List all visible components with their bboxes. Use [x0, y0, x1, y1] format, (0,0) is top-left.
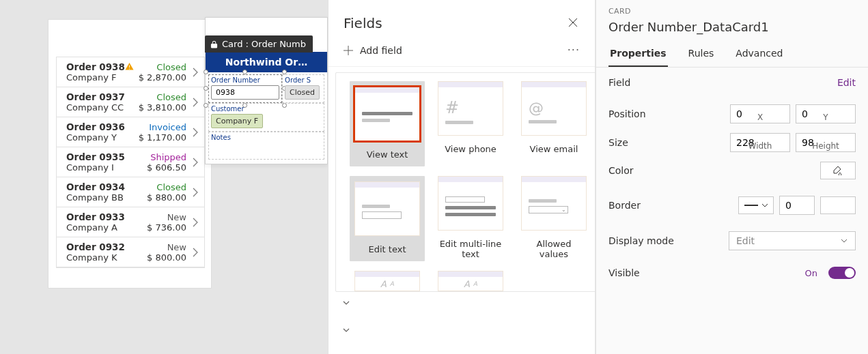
position-label: Position	[608, 108, 646, 119]
order-company: Company BB	[66, 192, 147, 203]
close-icon[interactable]	[568, 16, 578, 31]
order-company: Company A	[66, 222, 147, 233]
chevron-down-icon	[761, 202, 768, 209]
control-type-more[interactable]: AA	[350, 271, 425, 291]
display-mode-dropdown[interactable]: Edit	[729, 231, 856, 250]
order-status: Invoiced	[139, 122, 186, 132]
orders-gallery: Northwind Orders Order 0938Company FClos…	[56, 57, 205, 268]
visible-toggle[interactable]	[828, 267, 856, 279]
chevron-right-icon	[191, 68, 200, 77]
border-color-picker[interactable]	[820, 196, 856, 214]
chevron-right-icon	[191, 218, 200, 227]
plus-icon	[344, 46, 353, 55]
customer-label: Customer	[211, 105, 322, 113]
control-type-viewphone[interactable]: #View phone	[433, 81, 508, 166]
notes-label: Notes	[211, 134, 322, 141]
lock-icon	[210, 40, 218, 48]
order-price: $ 2,870.00	[139, 72, 186, 83]
control-type-viewemail[interactable]: @View email	[516, 81, 591, 166]
control-type-viewtext[interactable]: View text	[350, 81, 425, 166]
customer-pill[interactable]: Company F	[211, 114, 263, 128]
chevron-down-icon	[342, 326, 350, 334]
order-price: $ 606.50	[147, 162, 186, 173]
order-title: Order 0936	[66, 121, 139, 132]
order-status-label: Order S	[285, 76, 322, 84]
order-row[interactable]: Order 0937Company CCClosed$ 3,810.00	[57, 87, 204, 117]
size-label: Size	[608, 137, 628, 148]
order-status: Closed	[139, 92, 186, 102]
selection-card-badge: Card : Order Numb	[205, 35, 313, 53]
position-y-sublabel: Y	[796, 113, 856, 122]
order-company: Company Y	[66, 132, 139, 143]
color-picker[interactable]	[820, 162, 856, 179]
control-type-allowed[interactable]: ⌄Allowed values	[516, 176, 591, 261]
card-customer[interactable]: Customer Company F	[208, 103, 324, 132]
border-width-input[interactable]	[779, 196, 815, 215]
card-order-number[interactable]: Order Number	[208, 74, 282, 103]
order-title: Order 0932	[66, 241, 147, 252]
card-caption: CARD	[596, 0, 868, 18]
color-label: Color	[608, 165, 634, 176]
order-price: $ 736.00	[147, 222, 186, 233]
orders-list: Order 0938Company FClosed$ 2,870.00Order…	[57, 57, 204, 267]
visible-on-label: On	[805, 268, 817, 278]
order-title: Order 0938	[66, 61, 139, 72]
order-number-input[interactable]	[211, 85, 279, 100]
order-status-pill[interactable]: Closed	[285, 85, 320, 100]
order-status: New	[147, 212, 186, 222]
order-price: $ 800.00	[147, 252, 186, 263]
order-price: $ 3,810.00	[139, 102, 186, 113]
tile-label: View phone	[445, 144, 496, 154]
chevron-right-icon	[191, 128, 200, 137]
form-title-bar: Northwind Or…	[206, 52, 327, 72]
order-row[interactable]: Order 0936Company YInvoiced$ 1,170.00	[57, 117, 204, 147]
card-title: Order Number_DataCard1	[596, 18, 868, 42]
card-order-status[interactable]: Order S Closed	[282, 74, 324, 103]
more-icon[interactable]: ···	[568, 44, 580, 57]
order-status: Closed	[139, 62, 186, 72]
display-mode-value: Edit	[736, 235, 755, 246]
position-x-sublabel: X	[730, 113, 790, 122]
border-style-dropdown[interactable]	[738, 196, 774, 214]
size-height-sublabel: Height	[796, 141, 856, 151]
order-price: $ 1,170.00	[139, 132, 186, 143]
order-company: Company I	[66, 162, 147, 173]
collapse-row-2[interactable]	[342, 326, 350, 334]
add-field-button[interactable]: Add field	[344, 45, 402, 56]
order-row[interactable]: Order 0935Company IShipped$ 606.50	[57, 147, 204, 177]
tab-advanced[interactable]: Advanced	[734, 42, 784, 67]
order-price: $ 880.00	[147, 192, 186, 203]
card-notes[interactable]: Notes	[208, 132, 324, 160]
field-label: Field	[608, 77, 630, 88]
tab-properties[interactable]: Properties	[608, 42, 668, 67]
order-company: Company CC	[66, 102, 139, 113]
order-status: Shipped	[147, 152, 186, 162]
order-title: Order 0934	[66, 181, 147, 192]
order-row[interactable]: Order 0934Company BBClosed$ 880.00	[57, 177, 204, 207]
order-company: Company K	[66, 252, 147, 263]
add-field-label: Add field	[360, 45, 402, 56]
chevron-right-icon	[191, 248, 200, 257]
properties-panel: CARD Order Number_DataCard1 Properties R…	[596, 0, 868, 354]
tab-rules[interactable]: Rules	[687, 42, 716, 67]
order-title: Order 0933	[66, 211, 147, 222]
border-label: Border	[608, 200, 641, 211]
order-row[interactable]: Order 0932Company KNew$ 800.00	[57, 237, 204, 267]
chevron-right-icon	[191, 98, 200, 107]
order-row[interactable]: Order 0938Company FClosed$ 2,870.00	[57, 57, 204, 87]
order-number-label: Order Number	[211, 76, 279, 84]
visible-label: Visible	[608, 267, 640, 278]
size-width-sublabel: Width	[730, 141, 790, 151]
control-type-flyout: View text#View phone@View emailEdit text…	[335, 72, 595, 292]
control-type-editmulti[interactable]: Edit multi-line text	[433, 176, 508, 261]
order-company: Company F	[66, 72, 139, 83]
control-type-edittext[interactable]: Edit text	[350, 176, 425, 261]
order-row[interactable]: Order 0933Company ANew$ 736.00	[57, 207, 204, 237]
control-type-more[interactable]: AA	[433, 271, 508, 291]
edit-field-link[interactable]: Edit	[837, 77, 856, 88]
fields-panel-title: Fields	[344, 15, 382, 31]
collapse-row-1[interactable]	[342, 299, 350, 307]
order-title: Order 0935	[66, 151, 147, 162]
tile-label: View email	[530, 144, 578, 154]
order-title: Order 0937	[66, 91, 139, 102]
